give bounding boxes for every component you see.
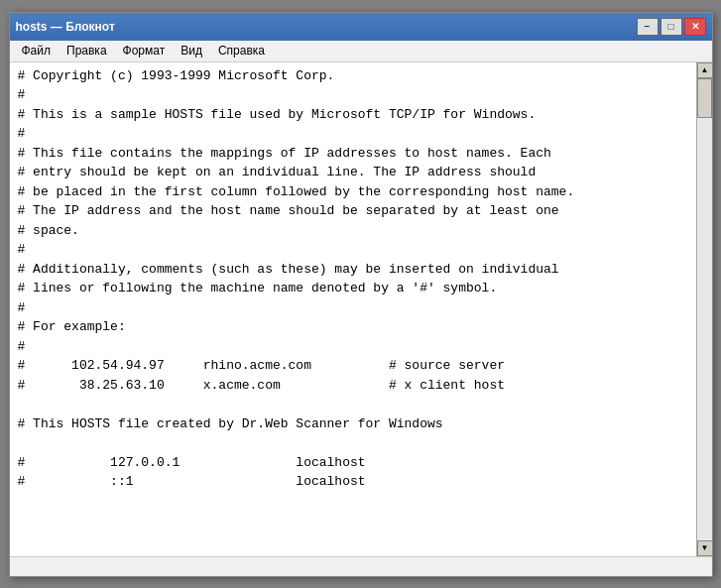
scroll-track[interactable] xyxy=(697,78,712,540)
close-button[interactable]: ✕ xyxy=(684,18,706,36)
title-bar: hosts — Блокнот − □ ✕ xyxy=(10,13,712,41)
menu-view[interactable]: Вид xyxy=(173,42,210,59)
menu-edit[interactable]: Правка xyxy=(59,42,115,59)
menu-help[interactable]: Справка xyxy=(210,42,273,59)
status-bar xyxy=(10,556,712,576)
text-editor[interactable] xyxy=(10,62,696,556)
window-title: hosts — Блокнот xyxy=(16,20,115,34)
scroll-up-button[interactable]: ▲ xyxy=(697,62,712,78)
scroll-thumb[interactable] xyxy=(697,78,712,118)
scroll-down-button[interactable]: ▼ xyxy=(697,540,712,556)
minimize-button[interactable]: − xyxy=(637,18,659,36)
notepad-window: hosts — Блокнот − □ ✕ Файл Правка Формат… xyxy=(9,12,713,577)
window-controls: − □ ✕ xyxy=(637,18,706,36)
content-area: ▲ ▼ xyxy=(10,62,712,556)
menu-file[interactable]: Файл xyxy=(14,42,60,59)
vertical-scrollbar[interactable]: ▲ ▼ xyxy=(696,62,712,556)
menu-bar: Файл Правка Формат Вид Справка xyxy=(10,41,712,62)
menu-format[interactable]: Формат xyxy=(115,42,174,59)
text-area-wrapper[interactable] xyxy=(10,62,696,556)
maximize-button[interactable]: □ xyxy=(661,18,682,36)
